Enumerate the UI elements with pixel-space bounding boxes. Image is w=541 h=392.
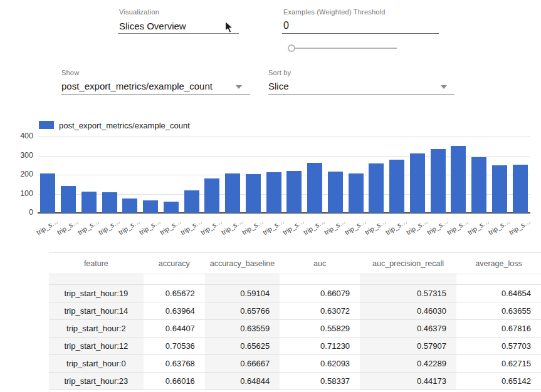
metric-cell: 0.57315: [360, 285, 456, 302]
column-header-auc[interactable]: auc: [280, 253, 360, 274]
x-tick-label-5: trip_s…: [138, 217, 162, 236]
metric-cell: 0.63768: [144, 355, 205, 373]
bar-6[interactable]: [164, 202, 179, 213]
bar-10[interactable]: [246, 174, 261, 213]
x-tick-label-20: trip_s…: [446, 217, 470, 236]
table-filter-row: [49, 274, 541, 285]
show-dropdown[interactable]: post_export_metrics/example_count: [61, 81, 213, 91]
sort-underline: [268, 94, 454, 95]
visualization-label: Visualization: [119, 8, 186, 16]
metric-cell: 0.59104: [205, 285, 280, 302]
y-tick-label: 400: [20, 132, 33, 140]
table-row[interactable]: trip_start_hour:230.660160.648440.583370…: [49, 373, 541, 390]
metric-cell: 0.66079: [280, 285, 360, 302]
bar-13[interactable]: [307, 163, 322, 213]
visualization-control: Visualization Slices Overview: [119, 8, 186, 31]
x-tick-label-10: trip_s…: [241, 217, 265, 236]
visualization-underline: [118, 33, 239, 34]
gridline-400: [38, 137, 530, 137]
bar-4[interactable]: [122, 199, 137, 213]
filter-cell[interactable]: [280, 274, 360, 285]
sort-label: Sort by: [268, 69, 291, 76]
bar-3[interactable]: [102, 192, 117, 213]
metric-cell: 0.57907: [360, 338, 456, 355]
table-row[interactable]: trip_start_hour:00.637680.666670.620930.…: [49, 355, 541, 373]
metric-cell: 0.63072: [280, 302, 360, 320]
bar-7[interactable]: [184, 190, 199, 213]
bar-18[interactable]: [410, 153, 425, 213]
feature-cell: trip_start_hour:19: [49, 285, 144, 302]
bar-19[interactable]: [431, 149, 446, 213]
metric-cell: 0.42289: [360, 355, 456, 373]
metric-cell: 0.64654: [456, 285, 541, 302]
table-row[interactable]: trip_start_hour:120.705360.656250.712300…: [49, 338, 541, 355]
chevron-down-icon[interactable]: [236, 85, 242, 89]
column-header-accuracy_baseline[interactable]: accuracy_baseline: [205, 253, 280, 274]
x-tick-label-22: trip_s…: [487, 217, 512, 236]
x-tick-label-18: trip_s…: [405, 217, 429, 236]
metric-cell: 0.55829: [280, 320, 360, 338]
filter-cell[interactable]: [360, 274, 456, 285]
threshold-slider-track[interactable]: [289, 48, 397, 49]
metric-cell: 0.65625: [205, 338, 280, 355]
x-tick-label-19: trip_s…: [425, 217, 449, 236]
metric-cell: 0.64844: [205, 373, 280, 390]
filter-cell[interactable]: [205, 274, 280, 285]
bar-21[interactable]: [471, 157, 486, 213]
bar-8[interactable]: [204, 178, 219, 213]
y-tick-label: 200: [20, 170, 33, 178]
bar-15[interactable]: [349, 173, 364, 213]
filter-cell[interactable]: [456, 274, 541, 285]
bar-23[interactable]: [513, 165, 528, 213]
bar-20[interactable]: [451, 146, 466, 213]
feature-cell: trip_start_hour:0: [49, 355, 144, 373]
y-tick-label: 300: [20, 151, 33, 160]
x-tick-label-13: trip_s…: [302, 217, 327, 236]
filter-cell[interactable]: [144, 274, 205, 285]
threshold-input[interactable]: 0: [283, 20, 386, 31]
metric-cell: 0.65766: [205, 302, 280, 320]
column-header-average_loss[interactable]: average_loss: [456, 253, 541, 274]
visualization-dropdown[interactable]: Slices Overview: [119, 21, 186, 31]
bar-9[interactable]: [225, 173, 240, 213]
bar-5[interactable]: [143, 200, 158, 213]
table-row[interactable]: trip_start_hour:20.644070.635590.558290.…: [49, 320, 541, 338]
threshold-slider-thumb[interactable]: [288, 44, 295, 52]
x-tick-label-17: trip_s…: [384, 217, 409, 236]
table-header-row: featureaccuracyaccuracy_baselineaucauc_p…: [49, 253, 541, 274]
table-row[interactable]: trip_start_hour:140.639640.657660.630720…: [49, 302, 541, 320]
metric-cell: 0.63964: [144, 302, 205, 320]
column-header-feature[interactable]: feature: [49, 253, 144, 274]
legend-swatch: [39, 121, 54, 129]
bar-14[interactable]: [328, 172, 343, 213]
feature-cell: trip_start_hour:2: [49, 320, 144, 338]
column-header-accuracy[interactable]: accuracy: [144, 253, 205, 274]
show-label: Show: [61, 69, 213, 76]
x-tick-label-7: trip_s…: [179, 217, 203, 236]
bar-12[interactable]: [286, 171, 302, 213]
chevron-down-icon[interactable]: [441, 85, 447, 89]
metric-cell: 0.64407: [144, 320, 205, 338]
bar-2[interactable]: [81, 192, 97, 213]
metric-cell: 0.66016: [144, 373, 205, 390]
metric-cell: 0.63655: [456, 302, 541, 320]
sort-dropdown[interactable]: Slice: [268, 81, 291, 91]
x-tick-label-15: trip_s…: [343, 217, 367, 236]
table-row[interactable]: trip_start_hour:190.656720.591040.660790…: [49, 285, 541, 302]
filter-cell[interactable]: [49, 274, 144, 285]
bar-16[interactable]: [369, 163, 384, 213]
bar-1[interactable]: [61, 186, 76, 213]
feature-cell: trip_start_hour:14: [49, 302, 144, 320]
bar-17[interactable]: [389, 160, 404, 213]
metrics-table: featureaccuracyaccuracy_baselineaucauc_p…: [49, 252, 541, 390]
metric-cell: 0.71230: [280, 338, 360, 355]
metric-cell: 0.57703: [456, 338, 541, 355]
y-axis-labels: 0100200300400: [13, 137, 33, 213]
x-tick-label-3: trip_s…: [97, 217, 121, 236]
column-header-auc_precision_recall[interactable]: auc_precision_recall: [360, 253, 456, 274]
bar-22[interactable]: [492, 165, 507, 213]
metric-cell: 0.46030: [360, 302, 456, 320]
x-axis-labels: trip_s…trip_s…trip_s…trip_s…trip_s…trip_…: [38, 215, 530, 244]
bar-0[interactable]: [40, 173, 55, 213]
bar-11[interactable]: [266, 172, 281, 213]
